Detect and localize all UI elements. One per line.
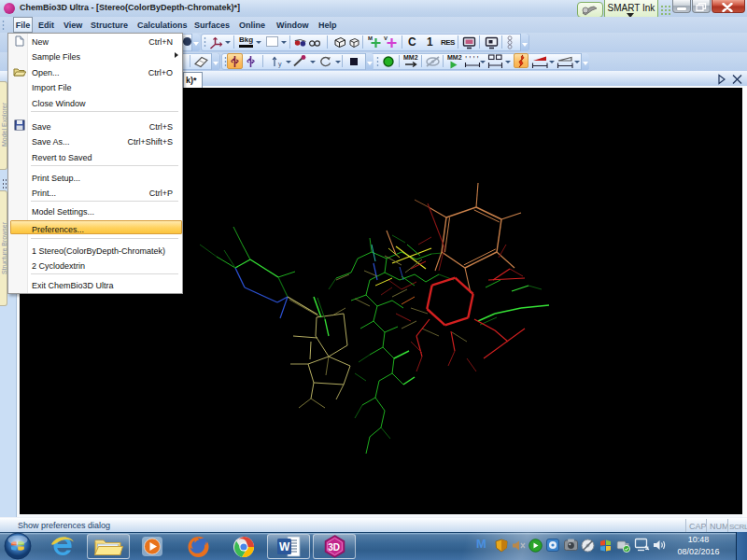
svg-text:V: V: [384, 35, 388, 41]
svg-text:M: M: [368, 35, 373, 41]
svg-text:y: y: [278, 61, 282, 68]
svg-text:3D: 3D: [328, 542, 340, 553]
svg-text:'''': '''': [464, 55, 480, 63]
svg-text:W: W: [279, 540, 290, 553]
